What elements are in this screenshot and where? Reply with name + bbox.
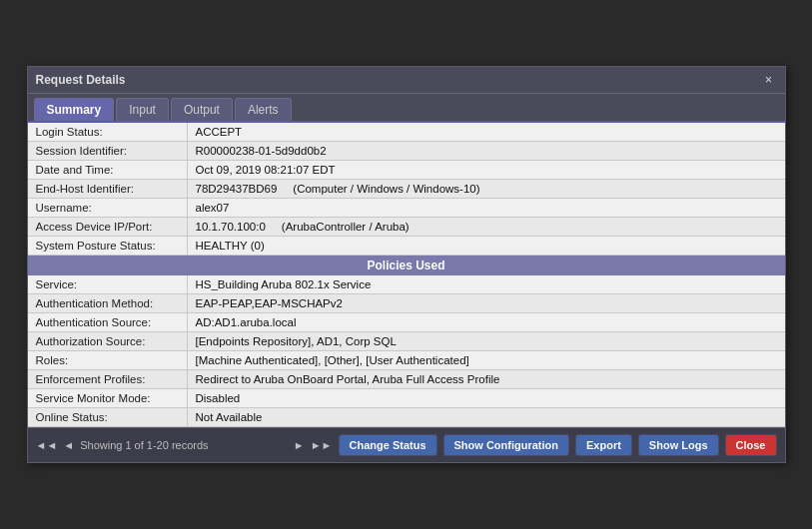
row-value: AD:AD1.aruba.local bbox=[188, 313, 785, 331]
show-configuration-button[interactable]: Show Configuration bbox=[443, 434, 569, 456]
row-value: ACCEPT bbox=[188, 123, 785, 141]
row-label: End-Host Identifier: bbox=[28, 180, 188, 198]
table-row: System Posture Status: HEALTHY (0) bbox=[28, 237, 785, 256]
row-value: Disabled bbox=[188, 389, 785, 407]
row-label: Authorization Source: bbox=[28, 332, 188, 350]
tab-alerts[interactable]: Alerts bbox=[235, 98, 292, 121]
table-row: Roles: [Machine Authenticated], [Other],… bbox=[28, 351, 785, 370]
row-label: Service: bbox=[28, 275, 188, 293]
row-label: Login Status: bbox=[28, 123, 188, 141]
footer-bar: ◄◄ ◄ Showing 1 of 1-20 records ► ►► Chan… bbox=[28, 427, 785, 462]
row-label: Authentication Source: bbox=[28, 313, 188, 331]
row-label: Online Status: bbox=[28, 408, 188, 426]
row-value: [Machine Authenticated], [Other], [User … bbox=[188, 351, 785, 369]
table-row: Service: HS_Building Aruba 802.1x Servic… bbox=[28, 275, 785, 294]
nav-prev-button[interactable]: ◄ bbox=[63, 439, 74, 451]
tab-bar: Summary Input Output Alerts bbox=[28, 94, 785, 123]
table-row: Authentication Method: EAP-PEAP,EAP-MSCH… bbox=[28, 294, 785, 313]
row-value: 10.1.70.100:0 (ArubaController / Aruba) bbox=[188, 218, 785, 236]
export-button[interactable]: Export bbox=[575, 434, 632, 456]
close-button[interactable]: Close bbox=[725, 434, 777, 456]
change-status-button[interactable]: Change Status bbox=[339, 434, 437, 456]
row-value: HS_Building Aruba 802.1x Service bbox=[188, 275, 785, 293]
row-label: Service Monitor Mode: bbox=[28, 389, 188, 407]
row-value: R00000238-01-5d9dd0b2 bbox=[188, 142, 785, 160]
row-label: Username: bbox=[28, 199, 188, 217]
table-row: Authorization Source: [Endpoints Reposit… bbox=[28, 332, 785, 351]
table-row: Service Monitor Mode: Disabled bbox=[28, 389, 785, 408]
row-label: Roles: bbox=[28, 351, 188, 369]
nav-last-button[interactable]: ►► bbox=[311, 439, 333, 451]
row-value: [Endpoints Repository], AD1, Corp SQL bbox=[188, 332, 785, 350]
row-value: EAP-PEAP,EAP-MSCHAPv2 bbox=[188, 294, 785, 312]
nav-next-button[interactable]: ► bbox=[294, 439, 305, 451]
row-value: HEALTHY (0) bbox=[188, 237, 785, 255]
table-row: Authentication Source: AD:AD1.aruba.loca… bbox=[28, 313, 785, 332]
row-label: System Posture Status: bbox=[28, 237, 188, 255]
show-logs-button[interactable]: Show Logs bbox=[638, 434, 719, 456]
row-value: Not Available bbox=[188, 408, 785, 426]
table-row: Username: alex07 bbox=[28, 199, 785, 218]
tab-input[interactable]: Input bbox=[116, 98, 169, 121]
table-row: Login Status: ACCEPT bbox=[28, 123, 785, 142]
dialog-titlebar: Request Details × bbox=[28, 67, 785, 94]
nav-first-button[interactable]: ◄◄ bbox=[36, 439, 58, 451]
pagination-text: Showing 1 of 1-20 records bbox=[80, 439, 288, 451]
row-value: 78D29437BD69 (Computer / Windows / Windo… bbox=[188, 180, 785, 198]
request-details-dialog: Request Details × Summary Input Output A… bbox=[27, 66, 786, 463]
table-row: Access Device IP/Port: 10.1.70.100:0 (Ar… bbox=[28, 218, 785, 237]
table-row: Enforcement Profiles: Redirect to Aruba … bbox=[28, 370, 785, 389]
dialog-title: Request Details bbox=[36, 73, 126, 87]
row-value: alex07 bbox=[188, 199, 785, 217]
row-value: Oct 09, 2019 08:21:07 EDT bbox=[188, 161, 785, 179]
summary-table: Login Status: ACCEPT Session Identifier:… bbox=[28, 123, 785, 427]
row-label: Access Device IP/Port: bbox=[28, 218, 188, 236]
row-value: Redirect to Aruba OnBoard Portal, Aruba … bbox=[188, 370, 785, 388]
table-row: Session Identifier: R00000238-01-5d9dd0b… bbox=[28, 142, 785, 161]
row-label: Enforcement Profiles: bbox=[28, 370, 188, 388]
table-row: Online Status: Not Available bbox=[28, 408, 785, 427]
policies-section-header: Policies Used bbox=[28, 256, 785, 275]
tab-summary[interactable]: Summary bbox=[34, 98, 115, 121]
table-row: End-Host Identifier: 78D29437BD69 (Compu… bbox=[28, 180, 785, 199]
tab-output[interactable]: Output bbox=[171, 98, 233, 121]
row-label: Session Identifier: bbox=[28, 142, 188, 160]
close-icon[interactable]: × bbox=[761, 72, 777, 88]
row-label: Date and Time: bbox=[28, 161, 188, 179]
content-area: Login Status: ACCEPT Session Identifier:… bbox=[28, 123, 785, 427]
row-label: Authentication Method: bbox=[28, 294, 188, 312]
table-row: Date and Time: Oct 09, 2019 08:21:07 EDT bbox=[28, 161, 785, 180]
